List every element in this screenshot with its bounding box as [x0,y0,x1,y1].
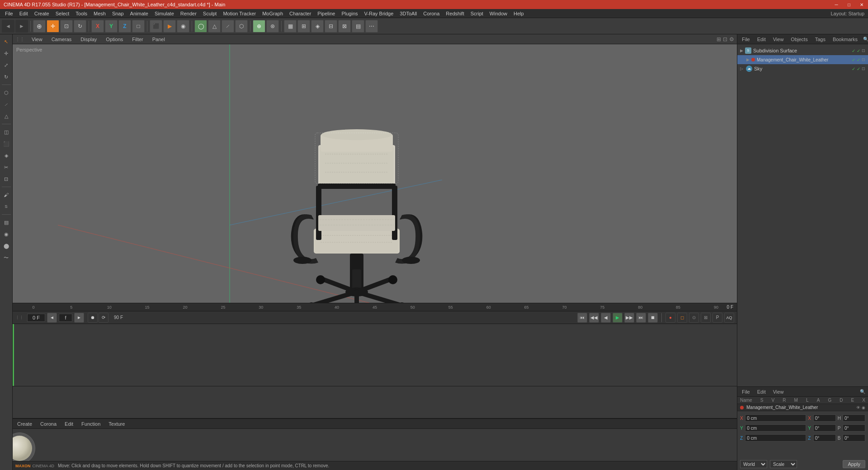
tool-mirror[interactable]: ◫ [1,127,12,137]
menu-sculpt[interactable]: Sculpt [200,10,220,17]
play-fwd-btn[interactable]: ▶ [613,313,623,323]
tree-chair-lock-icon[interactable]: ⊡ [862,57,865,62]
menu-window[interactable]: Window [486,10,510,17]
tree-item-chair[interactable]: ▶ Management_Chair_White_Leather ✓ ✓ ⊡ [737,55,868,64]
objects-tab-tags[interactable]: Tags [813,36,827,43]
toolbar-object-mode[interactable]: ◯ [194,20,207,33]
menu-mograph[interactable]: MoGraph [259,10,286,17]
toolbar-point-mode[interactable]: △ [208,20,221,33]
objects-search-icon[interactable]: 🔍 [863,37,868,42]
toolbar-y-axis[interactable]: Y [105,20,118,33]
objects-tab-file[interactable]: File [740,36,752,43]
toolbar-sdivide[interactable]: ⊠ [338,20,351,33]
record-mode-btn[interactable]: P [712,313,722,323]
material-tab-create[interactable]: Create [15,420,34,428]
objects-tab-view[interactable]: View [771,36,786,43]
tool-point-model[interactable]: △ [1,111,12,122]
toolbar-render[interactable]: ▶ [163,20,176,33]
attr-tab-edit[interactable]: Edit [755,388,768,395]
menu-vray[interactable]: V-Ray Bridge [361,10,397,17]
viewport-menu-panel[interactable]: Panel [151,36,167,43]
menu-tools[interactable]: Tools [72,10,90,17]
tool-knife[interactable]: ✂ [1,162,12,173]
scale-mode-dropdown[interactable]: Scale Size [770,460,797,468]
menu-corona[interactable]: Corona [420,10,443,17]
attr-x-rot[interactable] [813,414,836,422]
tree-item-subdivision[interactable]: ▶ S Subdivision Surface ✓ ✓ ⊡ [737,46,868,55]
viewport-settings-icon[interactable]: ⚙ [729,36,734,42]
objects-tab-bookmarks[interactable]: Bookmarks [831,36,859,43]
toolbar-texture-mode[interactable]: ⊕ [253,20,265,33]
key-pos-btn[interactable]: ◻ [677,313,687,323]
menu-character[interactable]: Character [286,10,314,17]
viewport-layout-icon[interactable]: ⊡ [723,36,727,42]
timeline-playhead[interactable] [13,324,14,386]
tree-lock-icon[interactable]: ⊡ [862,48,865,53]
key-rot-btn[interactable]: ⊙ [689,313,699,323]
tool-layer[interactable]: ▤ [1,217,12,228]
attr-render-icon[interactable]: ◉ [862,405,865,410]
toolbar-plane[interactable]: □ [132,20,145,33]
toolbar-layer[interactable]: ▤ [352,20,364,33]
material-tab-texture[interactable]: Texture [107,420,127,428]
coord-mode-dropdown[interactable]: World Object [740,460,767,468]
material-tab-edit[interactable]: Edit [63,420,75,428]
tree-visibility-icon[interactable]: ✓ [852,48,855,53]
frame-field[interactable] [59,314,72,322]
goto-end-btn[interactable]: ⏭ [636,313,646,323]
toolbar-snap[interactable]: ⊞ [297,20,310,33]
current-frame-input[interactable] [27,314,45,322]
tool-render[interactable]: ◉ [1,229,12,240]
frame-step-down-btn[interactable]: ◄ [47,313,57,323]
menu-file[interactable]: File [2,10,16,17]
tree-sky-lock-icon[interactable]: ⊡ [862,66,865,71]
viewport-menu-cameras[interactable]: Cameras [50,36,74,43]
step-back-btn[interactable]: ◀◀ [589,313,599,323]
menu-select[interactable]: Select [52,10,73,17]
toolbar-redo[interactable]: ► [15,20,28,33]
goto-start-btn[interactable]: ⏮ [577,313,587,323]
toolbar-scale[interactable]: ⊡ [60,20,73,33]
attr-tab-view[interactable]: View [771,388,786,395]
menu-animate[interactable]: Animate [127,10,151,17]
tool-bevel[interactable]: ◈ [1,150,12,161]
attr-search-icon[interactable]: 🔍 [860,389,865,394]
menu-plugins[interactable]: Plugins [338,10,361,17]
material-tab-corona[interactable]: Corona [38,420,58,428]
attr-object-row[interactable]: Management_Chair_White_Leather 👁 ◉ [737,404,868,411]
menu-mesh[interactable]: Mesh [90,10,109,17]
tool-cursor[interactable]: ↖ [1,36,12,47]
toolbar-new[interactable]: ⊕ [33,20,46,33]
step-fwd-btn[interactable]: ▶▶ [624,313,634,323]
tool-paint[interactable]: 🖌 [1,189,12,200]
tool-scale[interactable]: ⤢ [1,60,12,70]
tree-chair-visibility-icon[interactable]: ✓ [852,57,855,62]
toolbar-axis-mode[interactable]: ⊛ [266,20,279,33]
viewport-menu-filter[interactable]: Filter [130,36,145,43]
attr-z-rot[interactable] [813,434,836,442]
tool-extrude[interactable]: ⬛ [1,138,12,149]
toolbar-render-settings[interactable]: ◉ [177,20,189,33]
tool-sculpt[interactable]: S [1,201,12,212]
attr-y-pos[interactable] [745,424,806,432]
menu-3dtoall[interactable]: 3DToAll [396,10,420,17]
toolbar-move[interactable]: ✛ [47,20,59,33]
menu-pipeline[interactable]: Pipeline [314,10,338,17]
menu-motion-tracker[interactable]: Motion Tracker [220,10,259,17]
tree-item-sky[interactable]: ▷ ☁ Sky ✓ ✓ ⊡ [737,64,868,73]
toolbar-poly-mode[interactable]: ⬡ [235,20,248,33]
menu-simulate[interactable]: Simulate [151,10,177,17]
attr-h-val[interactable] [843,414,865,422]
stop-btn[interactable]: ⏹ [648,313,658,323]
tool-loop-cut[interactable]: ⊡ [1,174,12,184]
attr-visible-icon[interactable]: 👁 [856,405,860,410]
toolbar-workplane[interactable]: ⊟ [325,20,337,33]
tool-spline[interactable]: 〜 [1,252,12,263]
tool-move[interactable]: ✛ [1,48,12,59]
tool-edge-model[interactable]: ⟋ [1,99,12,110]
attr-b-val[interactable] [843,434,865,442]
toolbar-more[interactable]: ⋯ [365,20,378,33]
tool-poly-model[interactable]: ⬡ [1,87,12,98]
menu-script[interactable]: Script [467,10,486,17]
timeline-tracks[interactable] [13,324,737,386]
